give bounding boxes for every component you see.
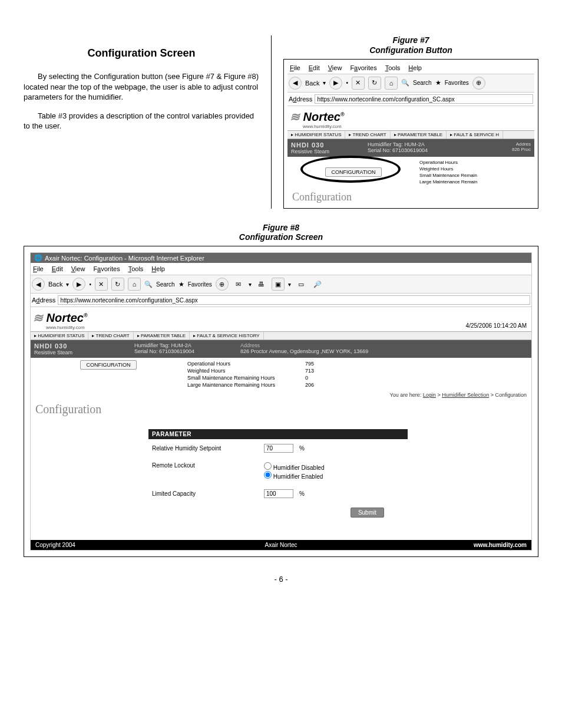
window-titlebar: 🌐 Axair Nortec: Configuration - Microsof… — [31, 253, 531, 263]
stat-value: 795 — [303, 360, 338, 367]
stat-label: Large Maintenance Remaining Hours — [185, 381, 303, 388]
print-icon[interactable]: 🖶 — [255, 278, 268, 291]
remote-enabled-radio[interactable] — [264, 471, 272, 479]
nav-tab[interactable]: ▸ PARAMETER TABLE — [134, 332, 190, 340]
figure7-caption-line2: Configuration Button — [283, 45, 538, 55]
ie-icon: 🌐 — [34, 254, 42, 262]
stat-value: 206 — [303, 381, 338, 388]
breadcrumb-link[interactable]: Login — [423, 392, 436, 398]
nav-tab[interactable]: ▸ FAULT & SERVICE HISTORY — [190, 332, 264, 340]
research-icon[interactable]: 🔎 — [311, 278, 324, 291]
rh-setpoint-input[interactable] — [264, 444, 293, 453]
breadcrumb: You are here: Login > Humidifier Selecti… — [31, 391, 531, 399]
menu-help[interactable]: Help — [408, 64, 422, 71]
configuration-heading: Configuration — [287, 187, 534, 205]
address-input[interactable]: https://www.norteconline.com/configurati… — [315, 94, 533, 104]
home-icon[interactable]: ⌂ — [385, 77, 398, 90]
nortec-logo: ≋ Nortec® — [31, 307, 461, 325]
favorites-star-icon[interactable]: ★ — [178, 278, 184, 291]
nav-tab[interactable]: ▸ TREND CHART — [88, 332, 133, 340]
param-row-rh: Relative Humidity Setpoint % — [148, 439, 408, 457]
nortec-logo-url: www.humidity.com — [31, 325, 461, 331]
stat-value: 0 — [303, 374, 338, 381]
back-button-label[interactable]: Back — [305, 80, 319, 87]
nav-tab[interactable]: ▸ FAULT & SERVICE H — [447, 131, 503, 139]
param-label: Remote Lockout — [152, 462, 258, 469]
browser-menubar: File Edit View Favorites Tools Help — [287, 63, 534, 74]
breadcrumb-link[interactable]: Humidifier Selection — [442, 392, 489, 398]
menu-file[interactable]: File — [33, 265, 44, 272]
home-icon[interactable]: ⌂ — [128, 278, 141, 291]
radio-label: Humidifier Disabled — [273, 465, 325, 471]
stat-label: Operational Hours — [185, 360, 303, 367]
favorites-icon[interactable]: ★ — [435, 77, 441, 90]
refresh-icon[interactable]: ↻ — [111, 278, 124, 291]
breadcrumb-current: Configuration — [495, 392, 527, 398]
history-icon[interactable]: ⊕ — [216, 278, 229, 291]
browser-menubar: File Edit View Favorites Tools Help — [31, 263, 531, 275]
configuration-button[interactable]: CONFIGURATION — [325, 167, 382, 177]
stop-icon[interactable]: ✕ — [352, 77, 365, 90]
footer-right: www.humidity.com — [363, 542, 527, 548]
menu-favorites[interactable]: Favorites — [350, 64, 376, 71]
menu-view[interactable]: View — [328, 64, 342, 71]
nav-tab[interactable]: ▸ TREND CHART — [345, 131, 390, 139]
forward-button-icon[interactable]: ▶ — [72, 278, 85, 291]
menu-edit[interactable]: Edit — [309, 64, 320, 71]
address-bar: Address https://www.norteconline.com/con… — [287, 93, 534, 106]
capacity-input[interactable] — [264, 489, 293, 498]
parameter-panel: PARAMETER Relative Humidity Setpoint % R… — [148, 429, 408, 522]
search-icon[interactable]: 🔍 — [401, 77, 409, 90]
address-bar: Address https://www.norteconline.com/con… — [31, 294, 531, 307]
menu-favorites[interactable]: Favorites — [93, 265, 120, 272]
stat-label: Weighted Hours — [185, 367, 303, 374]
nav-tab[interactable]: ▸ PARAMETER TABLE — [391, 131, 447, 139]
model-type: Resistive Steam — [291, 149, 368, 154]
stat-value: 713 — [303, 367, 338, 374]
nav-tabs: ▸ HUMIDIFIER STATUS ▸ TREND CHART ▸ PARA… — [31, 331, 531, 340]
nav-tabs: ▸ HUMIDIFIER STATUS ▸ TREND CHART ▸ PARA… — [287, 130, 534, 139]
search-label[interactable]: Search — [156, 281, 175, 288]
browser-toolbar: ◀ Back ▾ ▶ • ✕ ↻ ⌂ 🔍 Search ★ Favorites … — [287, 74, 534, 93]
radio-label: Humidifier Enabled — [273, 473, 323, 480]
search-icon[interactable]: 🔍 — [144, 278, 153, 291]
body-paragraph-2: Table #3 provides a description of the c… — [24, 111, 259, 131]
stop-icon[interactable]: ✕ — [95, 278, 108, 291]
stat-label: Small Maintenance Remain — [418, 172, 533, 179]
refresh-icon[interactable]: ↻ — [368, 77, 381, 90]
model-number: NHDI 030 — [34, 342, 134, 350]
figure8-screenshot: 🌐 Axair Nortec: Configuration - Microsof… — [24, 246, 538, 557]
menu-tools[interactable]: Tools — [128, 265, 144, 272]
back-button-icon[interactable]: ◀ — [32, 278, 45, 291]
menu-edit[interactable]: Edit — [52, 265, 63, 272]
search-label[interactable]: Search — [413, 80, 432, 86]
media-icon[interactable]: ⊕ — [472, 77, 485, 90]
address-label: Address — [289, 95, 312, 103]
back-button-icon[interactable]: ◀ — [289, 77, 302, 90]
stat-label: Weighted Hours — [418, 166, 533, 172]
nav-tab[interactable]: ▸ HUMIDIFIER STATUS — [287, 131, 345, 139]
menu-help[interactable]: Help — [151, 265, 165, 272]
menu-view[interactable]: View — [71, 265, 85, 272]
model-number: NHDI 030 — [291, 141, 368, 149]
browser-toolbar: ◀ Back ▾ ▶ • ✕ ↻ ⌂ 🔍 Search ★ Favorites … — [31, 275, 531, 294]
nav-tab[interactable]: ▸ HUMIDIFIER STATUS — [31, 332, 88, 340]
forward-button-icon[interactable]: ▶ — [329, 77, 342, 90]
mail-icon[interactable]: ✉ — [232, 278, 245, 291]
edit-icon[interactable]: ▣ — [272, 278, 285, 291]
remote-disabled-radio[interactable] — [264, 462, 272, 470]
favorites-label[interactable]: Favorites — [188, 281, 212, 288]
submit-button[interactable]: Submit — [351, 508, 384, 518]
discuss-icon[interactable]: ▭ — [295, 278, 308, 291]
menu-tools[interactable]: Tools — [385, 64, 401, 71]
menu-file[interactable]: File — [290, 64, 300, 71]
figure8-caption-line1: Figure #8 — [24, 223, 538, 233]
model-type: Resistive Steam — [34, 350, 134, 355]
param-label: Relative Humidity Setpoint — [152, 445, 258, 452]
configuration-button[interactable]: CONFIGURATION — [80, 360, 137, 370]
page-footer: Copyright 2004 Axair Nortec www.humidity… — [31, 540, 531, 550]
favorites-label[interactable]: Favorites — [445, 80, 469, 86]
address-input[interactable]: https://www.norteconline.com/configurati… — [58, 295, 530, 305]
back-button-label[interactable]: Back — [48, 281, 62, 288]
page-number: - 6 - — [24, 575, 538, 584]
